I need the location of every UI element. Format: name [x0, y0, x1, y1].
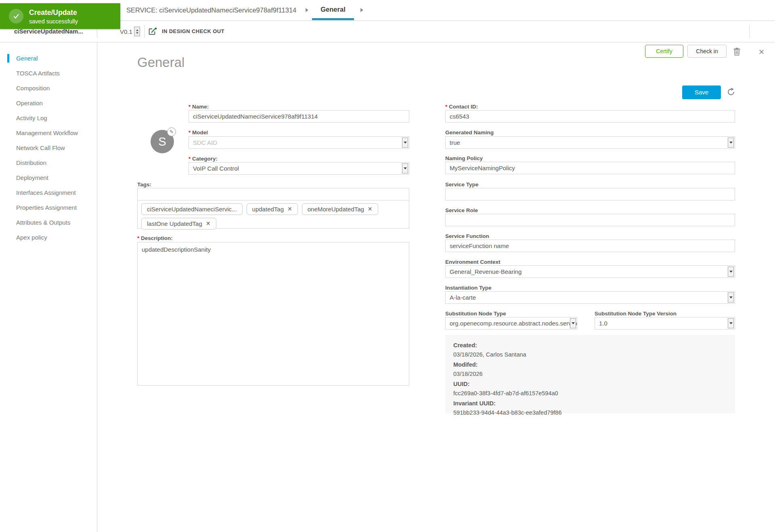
sidebar-item-distribution[interactable]: Distribution [0, 155, 97, 170]
tab-general[interactable]: General [312, 0, 354, 20]
service-function-input[interactable]: serviceFunction name [445, 240, 735, 252]
sidebar-item-activity-log[interactable]: Activity Log [0, 111, 97, 125]
substitution-node-version-label: Substitution Node Type Version [595, 311, 677, 317]
sidebar-item-label: Properties Assignment [16, 204, 77, 211]
dropdown-arrow-icon[interactable] [570, 318, 576, 328]
naming-policy-input[interactable]: MyServiceNamingPolicy [445, 162, 735, 174]
version-value: V0.1 [120, 28, 132, 35]
sidebar-nav: General TOSCA Artifacts Composition Oper… [0, 42, 97, 532]
description-textarea[interactable]: updatedDescriptionSanity [137, 242, 409, 386]
model-label: Model [189, 129, 208, 136]
spinner-down-icon[interactable] [136, 32, 138, 34]
page-title: General [137, 55, 184, 70]
tags-input[interactable] [137, 188, 409, 200]
delete-icon[interactable] [733, 47, 741, 56]
description-label: Description: [137, 235, 173, 241]
sidebar-item-interfaces-assignment[interactable]: Interfaces Assignment [0, 185, 97, 200]
name-input[interactable]: ciServiceUpdatedNameciService978af9f1131… [189, 110, 409, 123]
sidebar-item-tosca-artifacts[interactable]: TOSCA Artifacts [0, 66, 97, 81]
certify-button[interactable]: Certify [645, 45, 683, 58]
chevron-right-icon [306, 8, 308, 12]
breadcrumb[interactable]: SERVICE: ciServiceUpdatedNameciService97… [126, 0, 296, 20]
substitution-node-type-value: org.openecomp.resource.abstract.nodes.se… [450, 320, 577, 327]
contact-id-input[interactable]: cs6543 [445, 110, 735, 123]
spinner-up-icon[interactable] [136, 29, 138, 31]
dropdown-arrow-icon[interactable] [402, 138, 408, 148]
remove-tag-icon[interactable] [287, 204, 292, 215]
instantiation-type-label: Instantiation Type [445, 285, 492, 291]
sidebar-item-label: Composition [16, 85, 50, 92]
tag-chip: oneMoreUpdatedTag [302, 203, 378, 215]
version-selector[interactable] [134, 27, 140, 36]
category-select[interactable]: VoIP Call Control [189, 162, 409, 175]
edit-icon-badge[interactable] [167, 127, 176, 136]
model-select-value: SDC AID [193, 139, 217, 146]
substitution-node-type-select[interactable]: org.openecomp.resource.abstract.nodes.se… [445, 317, 577, 330]
environment-context-label: Environment Context [445, 259, 501, 265]
service-type-input[interactable] [445, 188, 735, 200]
sidebar-item-attributes-outputs[interactable]: Attributes & Outputs [0, 215, 97, 230]
tag-chip: lastOne UpdatedTag [141, 218, 216, 229]
sidebar-item-operation[interactable]: Operation [0, 96, 97, 111]
sidebar-item-label: Apex policy [16, 234, 47, 241]
sidebar-item-label: Distribution [16, 159, 46, 166]
modified-label: Modifed: [453, 360, 727, 369]
tag-chip-label: updatedTag [252, 204, 284, 215]
sidebar-item-deployment[interactable]: Deployment [0, 170, 97, 185]
checkin-button[interactable]: Check in [687, 45, 727, 58]
toast-title: Create/Update [29, 8, 77, 17]
naming-policy-label: Naming Policy [445, 155, 483, 161]
dropdown-arrow-icon[interactable] [728, 138, 734, 148]
generated-naming-label: Generated Naming [445, 129, 494, 136]
divider [749, 25, 750, 38]
edit-document-icon [147, 26, 157, 36]
created-value: 03/18/2026, Carlos Santana [453, 350, 727, 359]
dropdown-arrow-icon[interactable] [728, 267, 734, 277]
tag-chip: ciServiceUpdatedNameciServic... [141, 203, 243, 215]
generated-naming-select[interactable]: true [445, 136, 735, 149]
success-check-icon [9, 9, 23, 23]
sidebar-item-network-call-flow[interactable]: Network Call Flow [0, 140, 97, 155]
instantiation-type-select[interactable]: A-la-carte [445, 291, 735, 304]
sidebar-item-properties-assignment[interactable]: Properties Assignment [0, 200, 97, 215]
dropdown-arrow-icon[interactable] [402, 163, 408, 173]
category-select-value: VoIP Call Control [193, 165, 239, 172]
tags-chip-list: ciServiceUpdatedNameciServic... updatedT… [137, 200, 409, 229]
revert-icon[interactable] [727, 88, 735, 96]
close-icon[interactable] [758, 48, 765, 56]
sidebar-item-apex-policy[interactable]: Apex policy [0, 230, 97, 245]
service-avatar: S [151, 130, 174, 153]
sidebar-item-label: TOSCA Artifacts [16, 70, 60, 77]
dropdown-arrow-icon[interactable] [728, 292, 734, 303]
sidebar-item-label: Interfaces Assignment [16, 189, 76, 196]
remove-tag-icon[interactable] [206, 218, 211, 229]
save-button[interactable]: Save [682, 86, 721, 99]
service-role-input[interactable] [445, 214, 735, 226]
tag-chip-label: lastOne UpdatedTag [147, 218, 202, 229]
sidebar-item-composition[interactable]: Composition [0, 81, 97, 96]
contact-id-label: Contact ID: [445, 104, 478, 110]
dropdown-arrow-icon[interactable] [728, 318, 734, 328]
divider [145, 25, 145, 38]
sidebar-item-label: Management Workflow [16, 129, 78, 136]
avatar-letter: S [158, 135, 166, 148]
sdc-service-editor: SERVICE: ciServiceUpdatedNameciService97… [0, 0, 775, 532]
service-function-label: Service Function [445, 233, 489, 239]
service-role-label: Service Role [445, 207, 478, 213]
substitution-node-version-select[interactable]: 1.0 [595, 317, 735, 330]
lifecycle-state-label: IN DESIGN CHECK OUT [162, 28, 224, 34]
modified-value: 03/18/2026 [453, 369, 727, 379]
tag-chip-label: ciServiceUpdatedNameciServic... [147, 204, 237, 215]
sidebar-item-general[interactable]: General [0, 51, 97, 66]
sidebar-item-label: Attributes & Outputs [16, 219, 70, 226]
sidebar-item-management-workflow[interactable]: Management Workflow [0, 125, 97, 140]
remove-tag-icon[interactable] [368, 204, 373, 215]
environment-context-value: General_Revenue-Bearing [450, 268, 522, 275]
sidebar-item-label: Network Call Flow [16, 144, 65, 151]
environment-context-select[interactable]: General_Revenue-Bearing [445, 265, 735, 278]
invariant-uuid-value: 591bb233-94d4-44a3-b83c-ee3afed79f86 [453, 408, 727, 417]
substitution-node-version-value: 1.0 [599, 320, 607, 327]
active-tab-underline [312, 18, 354, 20]
model-select[interactable]: SDC AID [189, 136, 409, 149]
generated-naming-value: true [450, 139, 460, 146]
